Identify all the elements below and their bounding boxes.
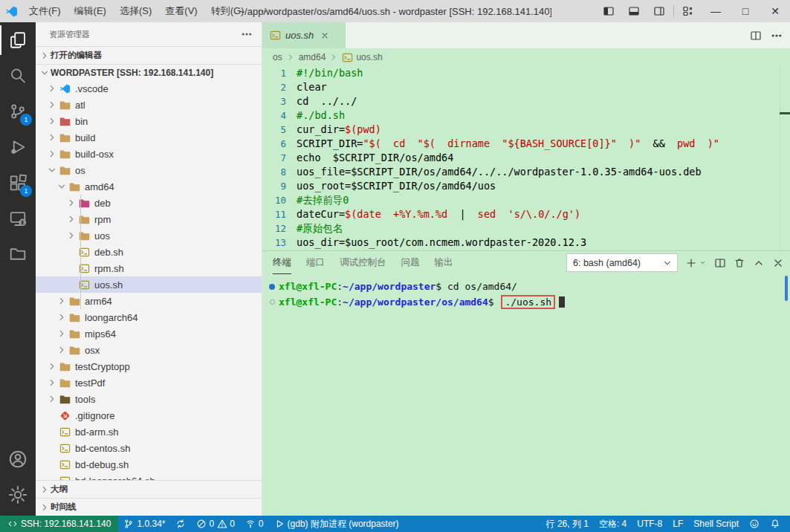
activity-bar-extensions[interactable]: 1	[0, 165, 36, 201]
menu-item[interactable]: 查看(V)	[158, 0, 204, 22]
panel-tab-问题[interactable]: 问题	[401, 251, 420, 274]
tree-item-bd-centos-sh[interactable]: bd-centos.sh	[36, 440, 262, 456]
panel-tab-端口[interactable]: 端口	[306, 251, 325, 274]
activity-bar-remote-explorer[interactable]	[0, 201, 36, 236]
tree-item-rpm[interactable]: rpm	[36, 211, 262, 227]
shell-file-icon	[58, 459, 71, 470]
close-panel-icon[interactable]	[772, 257, 784, 269]
breadcrumb-item[interactable]: os	[273, 52, 282, 62]
tree-item-uos[interactable]: uos	[36, 227, 262, 244]
activity-bar-folder-library[interactable]	[0, 236, 36, 272]
status-git-branch[interactable]: 1.0.34*	[118, 516, 170, 532]
activity-bar-source-control[interactable]: 1	[0, 94, 36, 129]
activity-bar-search[interactable]	[0, 58, 36, 94]
tree-item-mips64[interactable]: mips64	[36, 325, 262, 342]
panel-tab-调试控制台[interactable]: 调试控制台	[340, 251, 386, 274]
status-encoding[interactable]: UTF-8	[632, 516, 667, 532]
vscode-logo-icon	[0, 5, 22, 18]
status-debug-session[interactable]: (gdb) 附加进程 (wordpaster)	[269, 516, 404, 532]
panel-tab-终端[interactable]: 终端	[273, 251, 291, 274]
tree-item-deb[interactable]: deb	[36, 195, 262, 211]
status-feedback[interactable]	[744, 516, 765, 532]
code-line: 10#去掉前导0	[262, 193, 790, 207]
chevron-right-icon	[46, 377, 58, 388]
status-indentation[interactable]: 空格: 4	[594, 516, 632, 532]
kill-terminal-icon[interactable]	[734, 257, 745, 269]
terminal-dropdown-icon[interactable]	[699, 259, 707, 267]
folder-icon	[58, 133, 71, 143]
tree-item-osx[interactable]: osx	[36, 342, 262, 358]
status-problems[interactable]: 00	[191, 516, 239, 532]
tree-item-arm64[interactable]: arm64	[36, 293, 262, 309]
tree-item-testpdf[interactable]: testPdf	[36, 374, 262, 391]
split-terminal-icon[interactable]	[714, 257, 726, 269]
open-editors-section[interactable]: 打开的编辑器	[36, 46, 262, 64]
tree-item-deb-sh[interactable]: deb.sh	[36, 244, 262, 260]
editor-more-actions-icon[interactable]	[771, 30, 783, 42]
timeline-section[interactable]: 时间线	[36, 498, 262, 516]
toggle-panel-icon[interactable]	[621, 0, 647, 22]
tree-item-build-osx[interactable]: build-osx	[36, 146, 262, 162]
close-tab-icon[interactable]	[320, 30, 330, 41]
tree-item--vscode[interactable]: .vscode	[36, 80, 262, 97]
breadcrumb-item[interactable]: amd64	[299, 52, 326, 62]
menu-item[interactable]: 选择(S)	[113, 0, 158, 22]
tree-item-label: atl	[75, 100, 85, 111]
shell-file-icon	[77, 263, 91, 274]
status-notifications[interactable]	[765, 516, 786, 532]
toggle-secondary-sidebar-icon[interactable]	[647, 0, 672, 22]
tree-item-uos-sh[interactable]: uos.sh	[36, 276, 262, 293]
activity-bar-run-and-debug[interactable]	[0, 129, 36, 165]
tree-item-build[interactable]: build	[36, 129, 262, 146]
close-button[interactable]: ✕	[760, 0, 790, 22]
terminal-cursor	[559, 296, 565, 308]
chevron-right-icon	[56, 328, 68, 339]
split-editor-icon[interactable]	[750, 30, 762, 42]
tree-item-label: amd64	[85, 181, 114, 192]
activity-bar-settings[interactable]	[0, 477, 36, 513]
minimize-button[interactable]: —	[701, 0, 731, 22]
status-sync[interactable]	[170, 516, 191, 532]
overview-ruler[interactable]	[780, 66, 790, 250]
tree-item-os[interactable]: os	[36, 162, 262, 178]
breadcrumb-item[interactable]: uos.sh	[342, 52, 382, 63]
maximize-button[interactable]: □	[731, 0, 760, 22]
tree-item-amd64[interactable]: amd64	[36, 178, 262, 195]
tree-item-bd-debug-sh[interactable]: bd-debug.sh	[36, 456, 262, 473]
more-actions-icon[interactable]	[241, 28, 253, 40]
tab-uos-sh[interactable]: uos.sh	[262, 22, 346, 48]
tree-item-bin[interactable]: bin	[36, 113, 262, 129]
customize-layout-icon[interactable]	[676, 0, 701, 22]
tree-item-atl[interactable]: atl	[36, 97, 262, 113]
status-eol[interactable]: LF	[667, 516, 688, 532]
menu-item[interactable]: 文件(F)	[22, 0, 68, 22]
menu-item[interactable]: 编辑(E)	[68, 0, 113, 22]
activity-bar-explorer[interactable]	[0, 22, 36, 58]
status-ports[interactable]: 0	[240, 516, 269, 532]
maximize-panel-icon[interactable]	[753, 257, 765, 269]
panel-tab-输出[interactable]: 输出	[435, 251, 453, 274]
folder-icon	[68, 313, 81, 322]
window-title: ~/app/wordpaster/os/amd64/uos.sh - wordp…	[239, 6, 551, 17]
tree-item-loongarch64[interactable]: loongarch64	[36, 309, 262, 325]
status-remote-host[interactable]: SSH: 192.168.141.140	[0, 516, 118, 532]
terminal[interactable]: xfl@xfl-PC:~/app/wordpaster$ cd os/amd64…	[262, 274, 790, 516]
status-cursor-position[interactable]: 行 26, 列 1	[541, 516, 594, 532]
terminal-select[interactable]: 6: bash (amd64)	[566, 253, 678, 272]
status-language-mode[interactable]: Shell Script	[688, 516, 744, 532]
tree-item-rpm-sh[interactable]: rpm.sh	[36, 260, 262, 276]
workspace-root[interactable]: WORDPASTER [SSH: 192.168.141.140]	[36, 64, 262, 80]
tree-item-tools[interactable]: tools	[36, 391, 262, 407]
tree-item-bd-arm-sh[interactable]: bd-arm.sh	[36, 424, 262, 440]
explorer-sidebar: 资源管理器 打开的编辑器 WORDPASTER [SSH: 192.168.14…	[36, 22, 262, 516]
outline-section[interactable]: 大纲	[36, 480, 262, 498]
code-text: uos_file=$SCRIPT_DIR/os/amd64/../../word…	[297, 165, 702, 179]
tree-item--gitignore[interactable]: .gitignore	[36, 407, 262, 424]
new-terminal-icon[interactable]	[685, 257, 697, 269]
chevron-right-icon	[56, 312, 68, 322]
terminal-scrollbar[interactable]	[785, 276, 788, 301]
tree-item-testcryptopp[interactable]: testCryptopp	[36, 358, 262, 374]
toggle-sidebar-icon[interactable]	[596, 0, 621, 22]
code-editor[interactable]: 1#!/bin/bash2clear3cd ../../4#./bd.sh5cu…	[262, 66, 790, 251]
activity-bar-accounts[interactable]	[0, 441, 36, 477]
